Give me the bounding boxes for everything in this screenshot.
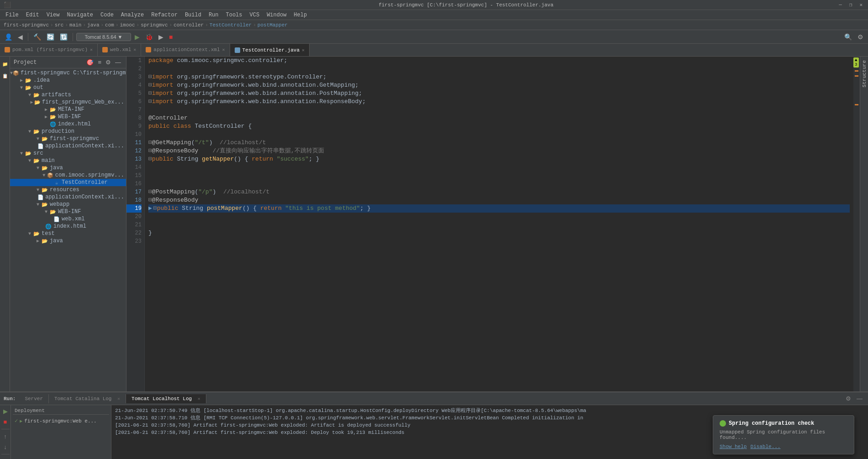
breadcrumb-part[interactable]: java	[87, 22, 99, 28]
debug-button[interactable]: 🐞	[143, 32, 155, 42]
clear-log-button[interactable]: 🗑	[0, 457, 10, 459]
tree-item-production[interactable]: ▼ 📂 production	[10, 128, 126, 135]
tab-close-button[interactable]: ✕	[133, 47, 136, 52]
menu-window[interactable]: Window	[263, 11, 290, 19]
tab-close-button[interactable]: ✕	[198, 396, 200, 402]
project-panel-button[interactable]: 📁	[0, 58, 11, 69]
breadcrumb-part[interactable]: controller	[174, 22, 204, 28]
tree-item-test[interactable]: ▼ 📂 test	[10, 230, 126, 237]
line-number: 22	[126, 229, 142, 237]
tree-label: applicationContext.xi...	[45, 143, 124, 149]
tree-item-src[interactable]: ▼ 📂 src	[10, 150, 126, 157]
line-number: 4	[126, 81, 142, 89]
sidebar-collapse-button[interactable]: ≡	[96, 58, 103, 66]
breadcrumb-part[interactable]: postMapper	[258, 22, 288, 28]
run-restart-button[interactable]: ▶	[1, 407, 10, 416]
tree-item-appcontext-res[interactable]: 📄 applicationContext.xi...	[10, 193, 126, 201]
line-number: 7	[126, 106, 142, 114]
scroll-down-button[interactable]: ↓	[2, 443, 9, 451]
tree-item-artifacts[interactable]: ▼ 📂 artifacts	[10, 91, 126, 99]
structure-label[interactable]: Structure	[861, 58, 868, 89]
tree-item-production-sub[interactable]: ▼ 📂 first-springmvc	[10, 135, 126, 142]
tree-item-testcontroller[interactable]: ☕ TestController	[10, 179, 126, 186]
tab-close-button[interactable]: ✕	[222, 47, 225, 52]
tree-item-meta-inf[interactable]: ▶ 📂 META-INF	[10, 106, 126, 113]
menu-help[interactable]: Help	[290, 11, 310, 19]
tab-web-xml[interactable]: web.xml ✕	[98, 44, 141, 56]
menu-refactor[interactable]: Refactor	[147, 11, 181, 19]
code-editor[interactable]: package com.imooc.springmvc.controller; …	[145, 57, 853, 391]
sidebar-locate-button[interactable]: 🎯	[85, 58, 95, 66]
tree-item-idea[interactable]: ▶ 📂 .idea	[10, 77, 126, 84]
breadcrumb-part[interactable]: first-springmvc	[4, 22, 49, 28]
tree-item-main[interactable]: ▼ 📂 main	[10, 157, 126, 164]
breadcrumb-part[interactable]: imooc	[120, 22, 135, 28]
menu-edit[interactable]: Edit	[22, 11, 43, 19]
toolbar-redo-button[interactable]: 🔃	[58, 32, 69, 42]
tree-item-package[interactable]: ▼ 📦 com.imooc.springmv...	[10, 172, 126, 179]
window-controls[interactable]: — ❐ ✕	[837, 2, 864, 8]
scroll-up-button[interactable]: ↑	[2, 432, 9, 441]
breadcrumb-part[interactable]: com	[105, 22, 114, 28]
run-tab-server[interactable]: Server	[19, 394, 49, 403]
toolbar-back-button[interactable]: ◀	[16, 32, 25, 42]
minimize-button[interactable]: —	[837, 2, 844, 8]
menu-file[interactable]: File	[2, 11, 22, 19]
tree-item-web-xml[interactable]: 📄 web.xml	[10, 215, 126, 223]
menu-analyze[interactable]: Analyze	[117, 11, 147, 19]
run-stop-button[interactable]: ■	[2, 417, 9, 426]
tab-testcontroller-java[interactable]: TestController.java ✕	[230, 44, 310, 56]
run-config-selector[interactable]: Tomcat 8.5.64 ▼	[76, 33, 131, 41]
deployment-item[interactable]: ✓ ▶ first-springmvc:Web e...	[13, 417, 109, 425]
menu-view[interactable]: View	[43, 11, 63, 19]
tree-item-webapp[interactable]: ▼ 📂 webapp	[10, 201, 126, 208]
run-tab-catalina[interactable]: Tomcat Catalina Log ✕	[49, 394, 126, 403]
tree-item-java-test[interactable]: ▶ 📂 java	[10, 237, 126, 245]
code-line-21	[148, 221, 850, 229]
toolbar-update-button[interactable]: 🔄	[45, 32, 56, 42]
menu-build[interactable]: Build	[181, 11, 205, 19]
tab-close-button[interactable]: ✕	[117, 396, 120, 402]
tree-item-resources[interactable]: ▼ 📂 resources	[10, 186, 126, 193]
run-minimize-button[interactable]: —	[855, 394, 864, 403]
close-button[interactable]: ✕	[857, 2, 864, 8]
tree-item-root[interactable]: ▼ 📦 first-springmvc C:\first-springmv...	[10, 69, 126, 77]
show-help-link[interactable]: Show help	[720, 444, 747, 449]
search-button[interactable]: 🔍	[842, 32, 854, 42]
tab-close-button[interactable]: ✕	[90, 47, 93, 52]
breadcrumb-part[interactable]: springmvc	[141, 22, 168, 28]
run-tab-localhost[interactable]: Tomcat Localhost Log ✕	[126, 394, 206, 403]
menu-tools[interactable]: Tools	[222, 11, 246, 19]
menu-run[interactable]: Run	[205, 11, 222, 19]
tree-item-web-inf-out[interactable]: ▶ 📂 WEB-INF	[10, 113, 126, 120]
settings-button[interactable]: ⚙	[856, 32, 865, 42]
tree-item-appcontext-prod[interactable]: 📄 applicationContext.xi...	[10, 142, 126, 150]
run-button[interactable]: ▶	[133, 32, 142, 42]
breadcrumb-part[interactable]: src	[55, 22, 64, 28]
tree-item-out[interactable]: ▼ 📂 out	[10, 84, 126, 91]
disable-link[interactable]: Disable...	[750, 444, 780, 449]
tree-item-java[interactable]: ▼ 📂 java	[10, 164, 126, 172]
sidebar-settings-button[interactable]: ⚙	[104, 58, 112, 66]
tab-pom-xml[interactable]: pom.xml (first-springmvc) ✕	[0, 44, 98, 56]
tab-close-button[interactable]: ✕	[302, 47, 305, 53]
breadcrumb-part[interactable]: main	[69, 22, 81, 28]
coverage-button[interactable]: ▶	[157, 32, 165, 42]
toolbar-build-button[interactable]: 🔨	[32, 32, 43, 42]
menu-vcs[interactable]: VCS	[246, 11, 263, 19]
project-sidebar: Project 🎯 ≡ ⚙ — ▼ 📦 first-springmvc C:\f…	[10, 57, 126, 391]
breadcrumb-part[interactable]: TestController	[210, 22, 252, 28]
menu-code[interactable]: Code	[97, 11, 117, 19]
tree-item-web-exploded[interactable]: ▶ 📂 first_springmvc_Web_ex...	[10, 99, 126, 106]
sidebar-minimize-button[interactable]: —	[114, 58, 122, 66]
maximize-button[interactable]: ❐	[847, 2, 854, 8]
run-settings-button[interactable]: ⚙	[844, 394, 853, 403]
tree-item-web-inf-main[interactable]: ▼ 📂 WEB-INF	[10, 208, 126, 215]
stop-button[interactable]: ■	[167, 32, 174, 42]
tree-item-index-html[interactable]: 🌐 index.html	[10, 223, 126, 230]
menu-navigate[interactable]: Navigate	[63, 11, 97, 19]
structure-button[interactable]: 📋	[0, 70, 11, 81]
tree-item-index-html-out[interactable]: 🌐 index.html	[10, 120, 126, 128]
tab-appcontext-xml[interactable]: applicationContext.xml ✕	[141, 44, 230, 56]
toolbar-profile-button[interactable]: 👤	[3, 32, 14, 42]
